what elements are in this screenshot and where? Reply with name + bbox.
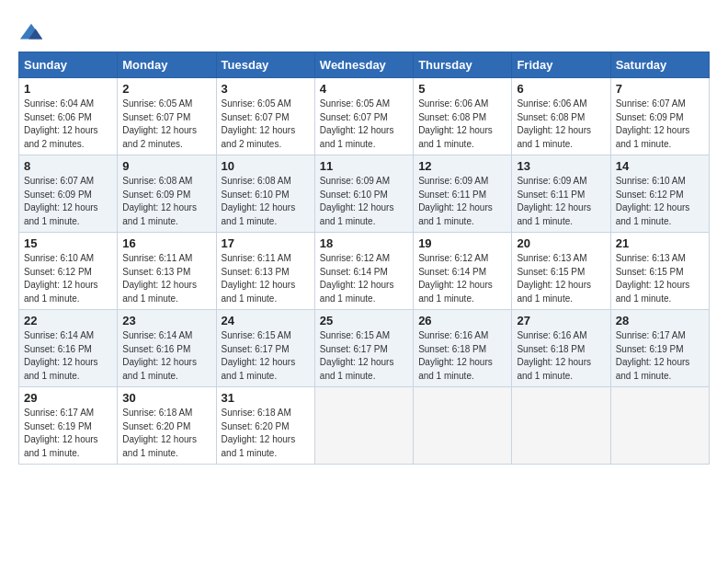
day-detail: Sunrise: 6:12 AMSunset: 6:14 PMDaylight:… (320, 253, 394, 304)
header-row: SundayMondayTuesdayWednesdayThursdayFrid… (19, 52, 710, 78)
day-number: 5 (418, 82, 506, 96)
calendar-cell: 1 Sunrise: 6:04 AMSunset: 6:06 PMDayligh… (19, 78, 118, 155)
calendar-cell: 25 Sunrise: 6:15 AMSunset: 6:17 PMDaylig… (314, 310, 413, 387)
calendar-cell: 17 Sunrise: 6:11 AMSunset: 6:13 PMDaylig… (216, 233, 314, 310)
day-detail: Sunrise: 6:06 AMSunset: 6:08 PMDaylight:… (517, 98, 591, 149)
calendar-cell: 11 Sunrise: 6:09 AMSunset: 6:10 PMDaylig… (314, 155, 413, 233)
calendar-cell: 5 Sunrise: 6:06 AMSunset: 6:08 PMDayligh… (414, 78, 512, 155)
calendar-cell: 6 Sunrise: 6:06 AMSunset: 6:08 PMDayligh… (512, 78, 610, 155)
header-day-saturday: Saturday (610, 52, 709, 78)
day-number: 17 (222, 236, 310, 250)
header-day-wednesday: Wednesday (314, 52, 413, 78)
calendar-cell: 13 Sunrise: 6:09 AMSunset: 6:11 PMDaylig… (512, 155, 610, 233)
day-number: 2 (122, 82, 210, 96)
day-number: 26 (418, 314, 506, 327)
calendar-cell: 2 Sunrise: 6:05 AMSunset: 6:07 PMDayligh… (118, 78, 216, 155)
day-number: 13 (517, 159, 605, 173)
day-number: 8 (24, 159, 112, 173)
day-number: 22 (24, 314, 112, 327)
day-number: 1 (24, 82, 112, 96)
calendar-cell: 16 Sunrise: 6:11 AMSunset: 6:13 PMDaylig… (118, 233, 216, 310)
week-row-4: 22 Sunrise: 6:14 AMSunset: 6:16 PMDaylig… (19, 310, 710, 387)
day-number: 9 (122, 159, 210, 173)
week-row-2: 8 Sunrise: 6:07 AMSunset: 6:09 PMDayligh… (19, 155, 710, 233)
header-day-sunday: Sunday (19, 52, 118, 78)
day-detail: Sunrise: 6:05 AMSunset: 6:07 PMDaylight:… (320, 98, 394, 149)
calendar-table: SundayMondayTuesdayWednesdayThursdayFrid… (18, 52, 710, 465)
day-detail: Sunrise: 6:08 AMSunset: 6:10 PMDaylight:… (222, 176, 296, 226)
day-detail: Sunrise: 6:05 AMSunset: 6:07 PMDaylight:… (222, 98, 296, 149)
day-number: 21 (616, 236, 704, 250)
logo-icon (18, 20, 44, 46)
week-row-5: 29 Sunrise: 6:17 AMSunset: 6:19 PMDaylig… (19, 387, 710, 465)
day-number: 10 (222, 159, 310, 173)
calendar-cell: 24 Sunrise: 6:15 AMSunset: 6:17 PMDaylig… (216, 310, 314, 387)
day-detail: Sunrise: 6:06 AMSunset: 6:08 PMDaylight:… (418, 98, 493, 149)
calendar-cell: 4 Sunrise: 6:05 AMSunset: 6:07 PMDayligh… (314, 78, 413, 155)
day-detail: Sunrise: 6:17 AMSunset: 6:19 PMDaylight:… (24, 408, 98, 458)
day-number: 4 (320, 82, 408, 96)
day-number: 23 (122, 314, 210, 327)
week-row-3: 15 Sunrise: 6:10 AMSunset: 6:12 PMDaylig… (19, 233, 710, 310)
header-day-friday: Friday (512, 52, 610, 78)
calendar-cell (314, 387, 413, 465)
week-row-1: 1 Sunrise: 6:04 AMSunset: 6:06 PMDayligh… (19, 78, 710, 155)
calendar-cell: 29 Sunrise: 6:17 AMSunset: 6:19 PMDaylig… (19, 387, 118, 465)
calendar-cell: 21 Sunrise: 6:13 AMSunset: 6:15 PMDaylig… (610, 233, 709, 310)
calendar-cell: 10 Sunrise: 6:08 AMSunset: 6:10 PMDaylig… (216, 155, 314, 233)
day-number: 24 (222, 314, 310, 327)
header-day-monday: Monday (118, 52, 216, 78)
day-detail: Sunrise: 6:07 AMSunset: 6:09 PMDaylight:… (24, 176, 98, 226)
day-detail: Sunrise: 6:09 AMSunset: 6:11 PMDaylight:… (418, 176, 493, 226)
calendar-cell: 3 Sunrise: 6:05 AMSunset: 6:07 PMDayligh… (216, 78, 314, 155)
calendar-cell: 28 Sunrise: 6:17 AMSunset: 6:19 PMDaylig… (610, 310, 709, 387)
day-number: 14 (616, 159, 704, 173)
day-number: 15 (24, 236, 112, 250)
calendar-cell: 8 Sunrise: 6:07 AMSunset: 6:09 PMDayligh… (19, 155, 118, 233)
page: SundayMondayTuesdayWednesdayThursdayFrid… (0, 0, 728, 563)
day-detail: Sunrise: 6:13 AMSunset: 6:15 PMDaylight:… (616, 253, 690, 304)
calendar-cell (512, 387, 610, 465)
day-number: 3 (222, 82, 310, 96)
day-detail: Sunrise: 6:18 AMSunset: 6:20 PMDaylight:… (122, 408, 197, 458)
day-detail: Sunrise: 6:08 AMSunset: 6:09 PMDaylight:… (122, 176, 197, 226)
day-detail: Sunrise: 6:14 AMSunset: 6:16 PMDaylight:… (122, 330, 197, 381)
calendar-cell (610, 387, 709, 465)
header-day-thursday: Thursday (414, 52, 512, 78)
calendar-cell (414, 387, 512, 465)
day-detail: Sunrise: 6:05 AMSunset: 6:07 PMDaylight:… (122, 98, 197, 149)
calendar-cell: 14 Sunrise: 6:10 AMSunset: 6:12 PMDaylig… (610, 155, 709, 233)
day-number: 6 (517, 82, 605, 96)
calendar-cell: 7 Sunrise: 6:07 AMSunset: 6:09 PMDayligh… (610, 78, 709, 155)
day-number: 19 (418, 236, 506, 250)
day-number: 20 (517, 236, 605, 250)
day-detail: Sunrise: 6:15 AMSunset: 6:17 PMDaylight:… (222, 330, 296, 381)
day-detail: Sunrise: 6:10 AMSunset: 6:12 PMDaylight:… (24, 253, 98, 304)
calendar-cell: 31 Sunrise: 6:18 AMSunset: 6:20 PMDaylig… (216, 387, 314, 465)
day-number: 7 (616, 82, 704, 96)
day-detail: Sunrise: 6:04 AMSunset: 6:06 PMDaylight:… (24, 98, 98, 149)
day-detail: Sunrise: 6:09 AMSunset: 6:11 PMDaylight:… (517, 176, 591, 226)
calendar-cell: 12 Sunrise: 6:09 AMSunset: 6:11 PMDaylig… (414, 155, 512, 233)
day-number: 16 (122, 236, 210, 250)
header (18, 17, 710, 46)
day-number: 29 (24, 391, 112, 405)
day-number: 28 (616, 314, 704, 327)
day-detail: Sunrise: 6:10 AMSunset: 6:12 PMDaylight:… (616, 176, 690, 226)
calendar-cell: 23 Sunrise: 6:14 AMSunset: 6:16 PMDaylig… (118, 310, 216, 387)
calendar-cell: 15 Sunrise: 6:10 AMSunset: 6:12 PMDaylig… (19, 233, 118, 310)
day-detail: Sunrise: 6:07 AMSunset: 6:09 PMDaylight:… (616, 98, 690, 149)
day-number: 30 (122, 391, 210, 405)
calendar-cell: 26 Sunrise: 6:16 AMSunset: 6:18 PMDaylig… (414, 310, 512, 387)
calendar-cell: 22 Sunrise: 6:14 AMSunset: 6:16 PMDaylig… (19, 310, 118, 387)
day-detail: Sunrise: 6:14 AMSunset: 6:16 PMDaylight:… (24, 330, 98, 381)
logo (18, 20, 48, 46)
day-detail: Sunrise: 6:09 AMSunset: 6:10 PMDaylight:… (320, 176, 394, 226)
calendar-cell: 18 Sunrise: 6:12 AMSunset: 6:14 PMDaylig… (314, 233, 413, 310)
day-detail: Sunrise: 6:13 AMSunset: 6:15 PMDaylight:… (517, 253, 591, 304)
day-number: 12 (418, 159, 506, 173)
day-detail: Sunrise: 6:15 AMSunset: 6:17 PMDaylight:… (320, 330, 394, 381)
day-detail: Sunrise: 6:16 AMSunset: 6:18 PMDaylight:… (517, 330, 591, 381)
day-number: 27 (517, 314, 605, 327)
calendar-cell: 9 Sunrise: 6:08 AMSunset: 6:09 PMDayligh… (118, 155, 216, 233)
